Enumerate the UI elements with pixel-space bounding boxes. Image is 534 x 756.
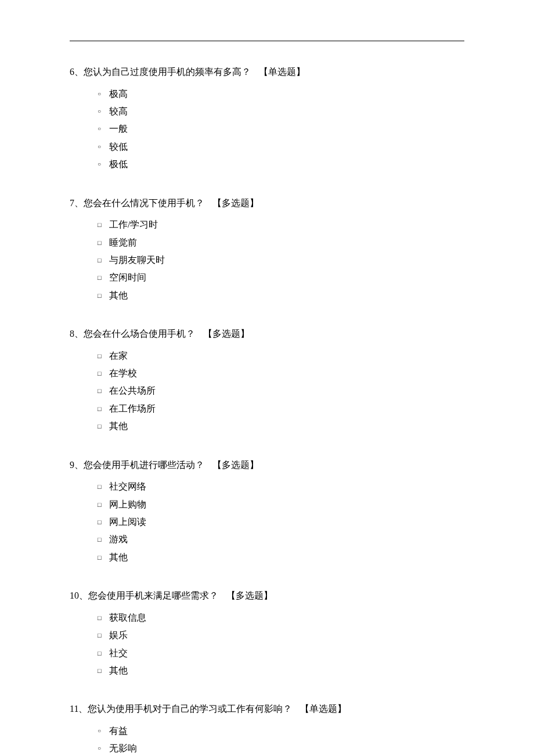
- options-list: 社交网络网上购物网上阅读游戏其他: [70, 478, 464, 566]
- option-label: 较高: [109, 103, 128, 120]
- option-item[interactable]: 极高: [98, 85, 464, 103]
- question-block: 6、您认为自己过度使用手机的频率有多高？【单选题】极高较高一般较低极低: [70, 64, 464, 174]
- question-text: 您会在什么情况下使用手机？: [84, 198, 204, 208]
- option-label: 在工作场所: [109, 400, 156, 417]
- option-label: 睡觉前: [109, 234, 137, 251]
- option-label: 极低: [109, 156, 128, 173]
- options-list: 在家在学校在公共场所在工作场所其他: [70, 347, 464, 435]
- checkbox-marker-icon: [98, 269, 109, 286]
- option-item[interactable]: 社交: [98, 645, 464, 662]
- question-block: 11、您认为使用手机对于自己的学习或工作有何影响？【单选题】有益无影响: [70, 701, 464, 756]
- question-title: 9、您会使用手机进行哪些活动？【多选题】: [70, 458, 464, 473]
- option-label: 游戏: [109, 531, 128, 548]
- option-item[interactable]: 其他: [98, 549, 464, 566]
- question-number: 11、: [70, 704, 88, 714]
- option-item[interactable]: 社交网络: [98, 478, 464, 495]
- option-item[interactable]: 在家: [98, 347, 464, 365]
- question-title: 8、您会在什么场合使用手机？【多选题】: [70, 326, 464, 341]
- checkbox-marker-icon: [98, 400, 109, 417]
- checkbox-marker-icon: [98, 662, 109, 679]
- question-title: 6、您认为自己过度使用手机的频率有多高？【单选题】: [70, 64, 464, 80]
- checkbox-marker-icon: [98, 531, 109, 548]
- option-item[interactable]: 睡觉前: [98, 234, 464, 251]
- question-text: 您会使用手机来满足哪些需求？: [88, 591, 218, 600]
- question-number: 9、: [70, 460, 84, 470]
- option-item[interactable]: 空闲时间: [98, 269, 464, 286]
- options-list: 极高较高一般较低极低: [70, 85, 464, 174]
- questions-container: 6、您认为自己过度使用手机的频率有多高？【单选题】极高较高一般较低极低7、您会在…: [70, 64, 464, 756]
- option-label: 在公共场所: [109, 382, 156, 399]
- option-item[interactable]: 工作/学习时: [98, 216, 464, 233]
- option-item[interactable]: 其他: [98, 417, 464, 435]
- option-item[interactable]: 在公共场所: [98, 382, 464, 399]
- checkbox-marker-icon: [98, 287, 109, 304]
- option-label: 一般: [109, 120, 128, 138]
- question-text: 您认为使用手机对于自己的学习或工作有何影响？: [88, 704, 292, 714]
- document-page: 6、您认为自己过度使用手机的频率有多高？【单选题】极高较高一般较低极低7、您会在…: [0, 0, 534, 756]
- question-number: 7、: [70, 198, 84, 208]
- option-item[interactable]: 在工作场所: [98, 400, 464, 417]
- question-type-tag: 【单选题】: [259, 67, 305, 77]
- option-label: 社交: [109, 645, 128, 662]
- radio-marker-icon: [98, 156, 109, 173]
- option-label: 网上阅读: [109, 513, 146, 531]
- question-text: 您认为自己过度使用手机的频率有多高？: [84, 67, 251, 77]
- option-item[interactable]: 与朋友聊天时: [98, 251, 464, 269]
- option-label: 较低: [109, 138, 128, 156]
- checkbox-marker-icon: [98, 627, 109, 644]
- checkbox-marker-icon: [98, 478, 109, 495]
- option-item[interactable]: 无影响: [98, 740, 464, 756]
- checkbox-marker-icon: [98, 513, 109, 531]
- checkbox-marker-icon: [98, 382, 109, 399]
- option-item[interactable]: 极低: [98, 156, 464, 173]
- option-item[interactable]: 一般: [98, 120, 464, 138]
- option-label: 娱乐: [109, 627, 128, 644]
- option-item[interactable]: 有益: [98, 722, 464, 740]
- checkbox-marker-icon: [98, 234, 109, 251]
- option-item[interactable]: 较低: [98, 138, 464, 156]
- option-label: 与朋友聊天时: [109, 251, 165, 269]
- option-label: 其他: [109, 417, 128, 435]
- option-item[interactable]: 较高: [98, 103, 464, 120]
- option-label: 极高: [109, 85, 128, 103]
- options-list: 有益无影响: [70, 722, 464, 756]
- radio-marker-icon: [98, 85, 109, 103]
- option-item[interactable]: 在学校: [98, 365, 464, 382]
- question-text: 您会使用手机进行哪些活动？: [84, 460, 204, 470]
- question-type-tag: 【多选题】: [226, 591, 273, 600]
- question-number: 8、: [70, 329, 84, 339]
- question-title: 11、您认为使用手机对于自己的学习或工作有何影响？【单选题】: [70, 701, 464, 717]
- question-title: 10、您会使用手机来满足哪些需求？【多选题】: [70, 588, 464, 603]
- option-label: 其他: [109, 549, 128, 566]
- question-block: 8、您会在什么场合使用手机？【多选题】在家在学校在公共场所在工作场所其他: [70, 326, 464, 435]
- option-item[interactable]: 娱乐: [98, 627, 464, 644]
- question-type-tag: 【多选题】: [203, 329, 250, 339]
- option-label: 空闲时间: [109, 269, 146, 286]
- option-label: 在学校: [109, 365, 137, 382]
- option-label: 无影响: [109, 740, 137, 756]
- option-item[interactable]: 其他: [98, 287, 464, 304]
- checkbox-marker-icon: [98, 365, 109, 382]
- question-number: 6、: [70, 67, 84, 77]
- radio-marker-icon: [98, 722, 109, 740]
- checkbox-marker-icon: [98, 549, 109, 566]
- radio-marker-icon: [98, 103, 109, 120]
- question-type-tag: 【多选题】: [212, 460, 259, 470]
- checkbox-marker-icon: [98, 496, 109, 513]
- checkbox-marker-icon: [98, 609, 109, 627]
- option-item[interactable]: 其他: [98, 662, 464, 679]
- question-type-tag: 【单选题】: [300, 704, 347, 714]
- option-label: 有益: [109, 722, 128, 740]
- radio-marker-icon: [98, 740, 109, 756]
- option-label: 其他: [109, 662, 128, 679]
- checkbox-marker-icon: [98, 645, 109, 662]
- option-item[interactable]: 游戏: [98, 531, 464, 548]
- question-block: 10、您会使用手机来满足哪些需求？【多选题】获取信息娱乐社交其他: [70, 588, 464, 679]
- option-item[interactable]: 网上购物: [98, 496, 464, 513]
- option-item[interactable]: 网上阅读: [98, 513, 464, 531]
- checkbox-marker-icon: [98, 417, 109, 435]
- option-label: 在家: [109, 347, 128, 365]
- options-list: 获取信息娱乐社交其他: [70, 609, 464, 680]
- option-label: 其他: [109, 287, 128, 304]
- option-item[interactable]: 获取信息: [98, 609, 464, 627]
